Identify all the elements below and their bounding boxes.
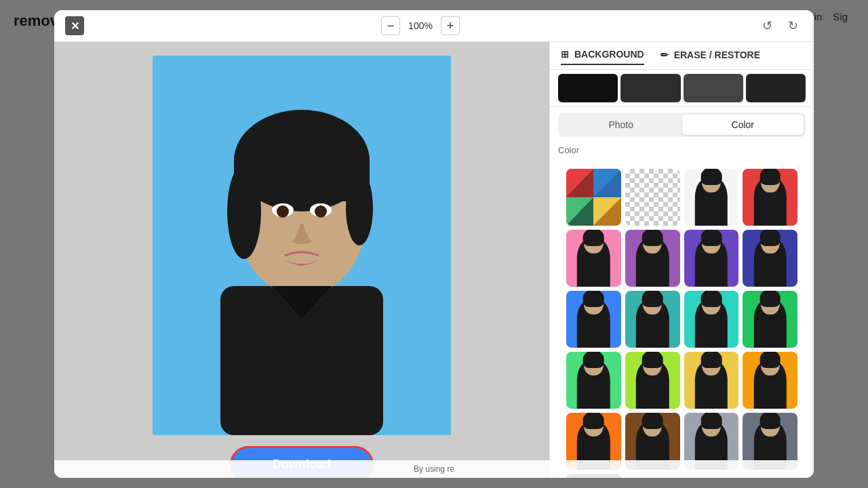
sidebar: ⊞ BACKGROUND ✏ ERASE / RESTORE (549, 42, 814, 478)
photo-color-toggle: Photo Color (558, 113, 806, 137)
modal-overlay: ✕ − 100% + ↺ ↻ (0, 0, 868, 488)
sidebar-content (550, 159, 814, 478)
erase-label: ERASE / RESTORE (674, 49, 760, 60)
top-swatch-2[interactable] (620, 74, 680, 102)
swatch-pink-portrait[interactable] (566, 230, 621, 287)
color-section-label: Color (550, 142, 814, 159)
zoom-plus-button[interactable]: + (441, 16, 460, 35)
sidebar-section-header: ⊞ BACKGROUND ✏ ERASE / RESTORE (550, 42, 814, 70)
swatch-teal2-portrait[interactable] (684, 291, 739, 348)
modal-close-button[interactable]: ✕ (65, 16, 84, 35)
zoom-controls: − 100% + (381, 16, 460, 35)
background-tab[interactable]: ⊞ BACKGROUND (561, 49, 644, 65)
swatch-blue-portrait[interactable] (566, 291, 621, 348)
swatch-navy-portrait[interactable] (743, 230, 797, 287)
zoom-value: 100% (407, 20, 434, 31)
swatch-red-portrait[interactable] (743, 169, 797, 226)
erase-restore-tab[interactable]: ✏ ERASE / RESTORE (660, 49, 760, 64)
bottom-bar: By using re (54, 460, 814, 478)
undo-button[interactable]: ↺ (757, 16, 777, 36)
modal-body: Download ⊞ BACKGROUND ✏ ERASE / RESTORE (54, 42, 814, 478)
swatch-multicolor[interactable] (566, 169, 621, 226)
svg-point-7 (346, 171, 373, 245)
photo-toggle-button[interactable]: Photo (560, 115, 682, 135)
top-color-strip (550, 70, 814, 107)
svg-point-6 (227, 164, 261, 259)
image-container (68, 56, 536, 435)
portrait-image (153, 56, 451, 435)
swatch-teal-portrait[interactable] (625, 291, 680, 348)
background-label: BACKGROUND (574, 49, 644, 60)
image-area: Download (54, 42, 549, 478)
modal: ✕ − 100% + ↺ ↻ (54, 10, 814, 478)
swatch-green2-portrait[interactable] (566, 352, 621, 409)
swatch-white-portrait[interactable] (684, 169, 739, 226)
undo-redo-controls: ↺ ↻ (757, 16, 803, 36)
swatch-yellow-portrait[interactable] (684, 352, 739, 409)
swatch-transparent[interactable] (625, 169, 680, 226)
redo-button[interactable]: ↻ (783, 16, 803, 36)
erase-icon: ✏ (660, 49, 669, 60)
bottom-text: By using re (414, 464, 454, 474)
background-icon: ⊞ (561, 49, 569, 60)
swatch-darkpurple-portrait[interactable] (684, 230, 739, 287)
zoom-minus-button[interactable]: − (381, 16, 400, 35)
swatch-green-portrait[interactable] (743, 291, 797, 348)
swatch-purple-portrait[interactable] (625, 230, 680, 287)
top-swatch-4[interactable] (746, 74, 806, 102)
top-swatch-1[interactable] (558, 74, 618, 102)
color-grid (558, 166, 806, 478)
portrait-svg (153, 56, 451, 435)
top-swatch-3[interactable] (684, 74, 743, 102)
modal-header: ✕ − 100% + ↺ ↻ (54, 10, 814, 42)
svg-point-11 (315, 205, 327, 218)
swatch-gold-portrait[interactable] (743, 352, 797, 409)
color-toggle-button[interactable]: Color (682, 115, 804, 135)
swatch-lime-portrait[interactable] (625, 352, 680, 409)
svg-point-9 (277, 205, 289, 218)
